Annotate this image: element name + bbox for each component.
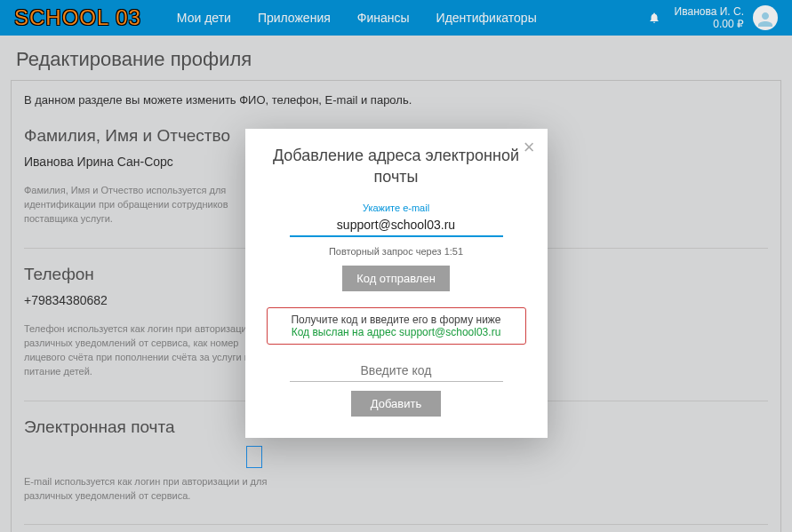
submit-button[interactable]: Добавить [351, 391, 441, 417]
notice-instruction: Получите код и введите его в форму ниже [276, 314, 516, 326]
retry-text: Повторный запрос через 1:51 [267, 246, 526, 257]
notice-box: Получите код и введите его в форму ниже … [267, 307, 526, 345]
add-email-modal: × Добавление адреса электронной почты Ук… [245, 129, 548, 438]
notice-sent: Код выслан на адрес support@school03.ru [276, 326, 516, 338]
modal-title: Добавление адреса электронной почты [267, 145, 526, 188]
email-input[interactable] [290, 215, 503, 237]
close-icon[interactable]: × [524, 138, 535, 157]
code-input[interactable] [290, 361, 503, 382]
modal-overlay: × Добавление адреса электронной почты Ук… [0, 0, 792, 532]
email-label: Укажите e-mail [267, 202, 526, 213]
code-sent-button[interactable]: Код отправлен [342, 266, 450, 291]
